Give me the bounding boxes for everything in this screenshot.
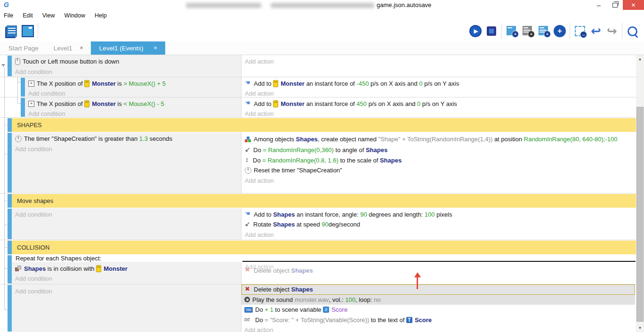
toolbar-separator xyxy=(570,23,570,39)
text-token: Reset the timer "ShapeCreation" xyxy=(254,167,342,174)
add-other-event-button[interactable]: + xyxy=(552,23,568,39)
add-condition-button[interactable]: Add condition xyxy=(15,286,241,297)
event-drag-bar[interactable] xyxy=(21,78,25,97)
action-row[interactable]: Do = "Score: " + ToString(Variable(Score… xyxy=(242,315,635,325)
tab-start-page[interactable]: Start Page xyxy=(1,41,46,55)
event-drag-bar[interactable] xyxy=(8,255,12,283)
add-action-button[interactable]: Add action xyxy=(245,57,636,67)
conditions-cell: Touch or Left mouse button is down Add c… xyxy=(12,55,242,77)
project-manager-button[interactable] xyxy=(4,23,20,39)
menu-view[interactable]: View xyxy=(38,12,60,19)
condition-row[interactable]: Shapes is in collision with Monster xyxy=(15,264,241,274)
add-action-button[interactable]: Add action xyxy=(245,109,636,119)
action-row[interactable]: Do = RandomInRange(0.8, 1.6) to the scal… xyxy=(245,155,636,166)
tab-close-icon[interactable]: × xyxy=(153,45,157,51)
event-drag-bar[interactable] xyxy=(8,241,12,254)
subevent-move-right: The X position of Monster is < MouseX() … xyxy=(0,97,636,118)
scene-editor-icon xyxy=(22,25,34,37)
action-row-highlighted[interactable]: Play the sound monster.wav, vol.: 100, l… xyxy=(242,295,635,305)
text-token: Shapes xyxy=(291,267,313,274)
tab-level1-events[interactable]: Level1 (Events) × xyxy=(91,41,166,55)
event-gutter xyxy=(0,194,8,208)
menu-window[interactable]: Window xyxy=(60,12,90,19)
text-token: Do xyxy=(255,316,265,324)
action-row[interactable]: Among objects Shapes, create object name… xyxy=(245,134,632,145)
add-event-button[interactable]: + xyxy=(504,23,520,39)
event-gutter xyxy=(0,240,8,255)
close-button[interactable]: ✕ xyxy=(623,0,644,10)
angle-icon xyxy=(245,147,251,153)
minimize-button[interactable]: – xyxy=(591,0,607,10)
action-row[interactable]: Rotate Shapes at speed 90deg/second xyxy=(245,219,636,230)
event-drag-bar[interactable] xyxy=(8,56,12,76)
text-token: = "Score: " + ToString(Variable(Score)) xyxy=(265,316,369,324)
add-condition-button[interactable]: Add condition xyxy=(15,144,241,154)
vertical-scrollbar[interactable]: ▲ ▼ xyxy=(636,55,644,332)
play-button[interactable]: ▶ xyxy=(467,23,483,39)
redo-button[interactable]: ↩ xyxy=(604,23,620,39)
toolbar-separator xyxy=(38,23,38,39)
event-gutter xyxy=(0,132,8,193)
tab-close-icon[interactable]: × xyxy=(80,45,83,51)
search-button[interactable] xyxy=(624,23,640,39)
comment-move-shapes[interactable]: Move shapes xyxy=(0,194,636,208)
condition-row[interactable]: The timer "ShapeCreation" is greater tha… xyxy=(15,134,241,144)
add-action-button[interactable]: Add action xyxy=(245,176,636,186)
add-action-button[interactable]: Add action xyxy=(245,230,636,240)
scene-editor-button[interactable] xyxy=(20,23,36,39)
plus-circle-icon: + xyxy=(554,25,566,37)
menu-file[interactable]: File xyxy=(0,12,18,19)
scroll-down-button[interactable]: ▼ xyxy=(636,324,644,332)
condition-row[interactable]: The X position of Monster is < MouseX() … xyxy=(28,99,241,109)
actions-cell: Add to Monster an instant force of 450 p… xyxy=(242,97,636,117)
text-token: < MouseX() - 5 xyxy=(123,100,164,107)
force-icon xyxy=(245,100,251,107)
text-token: Monster xyxy=(92,100,116,107)
comment-collision[interactable]: COLLISION xyxy=(0,240,636,255)
event-drag-bar[interactable] xyxy=(8,209,12,239)
scroll-up-button[interactable]: ▲ xyxy=(636,55,644,63)
event-drag-bar[interactable] xyxy=(8,133,12,193)
text-token: RandomInRange(80, 640-80);-100 xyxy=(524,136,618,143)
event-drag-bar[interactable] xyxy=(8,285,12,332)
action-row[interactable]: Reset the timer "ShapeCreation" xyxy=(245,165,636,176)
menu-help[interactable]: Help xyxy=(90,12,112,19)
delete-selection-button[interactable]: – xyxy=(572,23,588,39)
text-token: "Shape" + ToString(RandomInRange(1,4)) xyxy=(378,136,493,143)
action-row[interactable]: Add to Shapes an instant force, angle: 9… xyxy=(245,210,636,220)
event-touch-mouse: Touch or Left mouse button is down Add c… xyxy=(0,55,636,77)
menu-edit[interactable]: Edit xyxy=(18,12,38,19)
text-token: 450 xyxy=(356,100,367,107)
toolbar-separator xyxy=(501,23,502,39)
text-token: Monster xyxy=(281,80,305,87)
restore-button[interactable] xyxy=(607,0,623,10)
text-token: degrees and length: xyxy=(367,211,425,218)
condition-row[interactable]: Touch or Left mouse button is down xyxy=(15,57,241,67)
text-token: + 1 xyxy=(265,306,273,313)
add-comment-button[interactable]: + xyxy=(520,23,536,39)
add-condition-button[interactable]: Add condition xyxy=(15,210,241,220)
comment-text: COLLISION xyxy=(17,244,49,251)
comment-shapes[interactable]: SHAPES xyxy=(0,118,636,133)
text-token: 90 xyxy=(360,211,367,218)
monster-icon xyxy=(273,80,278,87)
add-condition-button[interactable]: Add condition xyxy=(28,109,241,119)
undo-button[interactable]: ↩ xyxy=(588,23,604,39)
debug-button[interactable] xyxy=(483,23,499,39)
add-condition-button[interactable]: Add condition xyxy=(15,274,241,284)
tab-level1[interactable]: Level1 × xyxy=(46,41,91,55)
add-subevent-button[interactable]: + xyxy=(536,23,552,39)
action-row-selected[interactable]: Delete object Shapes xyxy=(242,284,635,295)
action-row[interactable]: Add to Monster an instant force of -450 … xyxy=(245,79,636,89)
condition-row[interactable]: The X position of Monster is > MouseX() … xyxy=(28,79,241,89)
text-token: , create object named xyxy=(318,136,378,143)
action-row[interactable]: Add to Monster an instant force of 450 p… xyxy=(245,99,636,109)
event-drag-bar[interactable] xyxy=(21,98,25,117)
action-row[interactable]: Do + 1 to scene variable Score xyxy=(242,305,635,315)
add-action-button[interactable]: Add action xyxy=(242,325,635,332)
add-condition-button[interactable]: Add condition xyxy=(15,67,241,77)
event-drag-bar[interactable] xyxy=(8,118,12,132)
action-row[interactable]: Do = RandomInRange(0,360) to angle of Sh… xyxy=(245,145,636,155)
scrollbar-thumb[interactable] xyxy=(636,107,644,322)
event-drag-bar[interactable] xyxy=(8,194,12,208)
